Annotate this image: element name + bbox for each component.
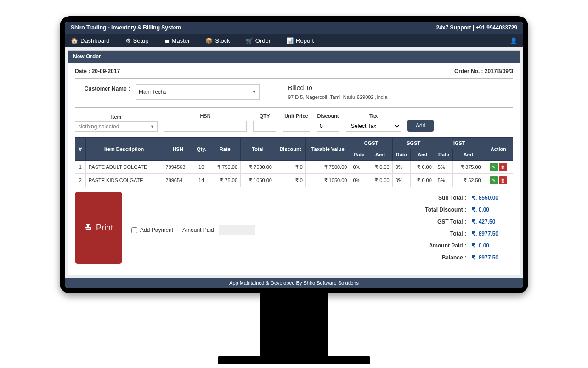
nav-dashboard[interactable]: 🏠Dashboard — [70, 36, 111, 46]
cell-igst-rate: 5% — [435, 174, 452, 187]
nav-user[interactable]: 👤 — [509, 36, 518, 46]
col-action: Action — [484, 138, 513, 161]
customer-select[interactable]: Mani Techs ▼ — [136, 84, 260, 100]
cell-cgst-amt: ₹ 0.00 — [368, 161, 392, 174]
print-button[interactable]: 🖶 Print — [75, 192, 122, 264]
nav-dashboard-label: Dashboard — [80, 37, 110, 44]
col-desc: Item Description — [85, 138, 163, 161]
chevron-down-icon: ▼ — [252, 90, 256, 94]
footer-text: App Maintained & Developed By Shiro Soft… — [65, 278, 523, 288]
entry-hsn-label: HSN — [164, 113, 247, 119]
chevron-down-icon: ▼ — [150, 124, 154, 129]
unit-price-input[interactable] — [283, 121, 310, 132]
cell-rate: ₹ 750.00 — [209, 161, 241, 174]
cell-total: ₹ 7500.00 — [241, 161, 275, 174]
order-date: Date : 20-09-2017 — [75, 68, 120, 75]
col-num: # — [75, 138, 86, 161]
cart-icon: 🛒 — [246, 37, 253, 44]
grand-total-value: ₹. 8977.50 — [472, 230, 513, 237]
table-row: 2PASTE KIDS COLGATE78965414₹ 75.00₹ 1050… — [75, 174, 513, 187]
col-discount: Discount — [275, 138, 305, 161]
database-icon: ≣ — [164, 37, 170, 44]
cell-rate: ₹ 75.00 — [209, 174, 241, 187]
col-igst-rate: Rate — [435, 149, 452, 161]
nav-setup[interactable]: ⚙Setup — [124, 36, 150, 46]
print-button-label: Print — [96, 223, 113, 233]
nav-stock-label: Stock — [215, 37, 230, 44]
main-nav: 🏠Dashboard ⚙Setup ≣Master 📦Stock 🛒Order … — [65, 34, 523, 47]
delete-row-button[interactable]: 🗑 — [499, 163, 507, 171]
cell-qty: 14 — [193, 174, 209, 187]
print-icon: 🖶 — [84, 223, 92, 233]
table-row: 1PASTE ADULT COLGATE789456310₹ 750.00₹ 7… — [75, 161, 513, 174]
nav-order[interactable]: 🛒Order — [245, 36, 271, 46]
items-table: # Item Description HSN Qty. Rate Total D… — [75, 137, 513, 187]
nav-report-label: Report — [296, 37, 314, 44]
totals-block: Sub Total :₹. 8550.00 Total Discount :₹.… — [389, 192, 513, 264]
col-igst: IGST — [435, 138, 484, 149]
add-line-button[interactable]: Add — [407, 120, 434, 132]
col-sgst-amt: Amt — [410, 149, 435, 161]
item-select[interactable]: Nothing selected ▼ — [75, 121, 158, 132]
col-rate: Rate — [209, 138, 241, 161]
subtotal-label: Sub Total : — [389, 195, 472, 201]
cell-sgst-amt: ₹ 0.00 — [410, 174, 435, 187]
cell-total: ₹ 1050.00 — [241, 174, 275, 187]
cell-igst-rate: 5% — [435, 161, 452, 174]
billed-to-heading: Billed To — [288, 84, 387, 92]
nav-master-label: Master — [172, 37, 190, 44]
cell-cgst-rate: 0% — [350, 161, 368, 174]
tax-select[interactable]: Select Tax — [346, 121, 401, 132]
cell-desc: PASTE KIDS COLGATE — [85, 174, 163, 187]
cell-num: 2 — [75, 174, 86, 187]
col-cgst: CGST — [350, 138, 392, 149]
nav-stock[interactable]: 📦Stock — [204, 36, 231, 46]
grand-total-label: Total : — [389, 230, 472, 237]
chart-icon: 📊 — [286, 37, 294, 44]
entry-price-label: Unit Price — [283, 113, 310, 119]
col-total: Total — [241, 138, 275, 161]
entry-qty-label: QTY — [253, 113, 276, 119]
gst-total-value: ₹. 427.50 — [472, 218, 513, 225]
balance-label: Balance : — [389, 254, 472, 261]
app-title: Shiro Trading - Inventory & Billing Syst… — [71, 24, 181, 31]
col-igst-amt: Amt — [453, 149, 484, 161]
cell-igst-amt: ₹ 375.00 — [453, 161, 484, 174]
discount-input[interactable] — [317, 121, 339, 132]
box-icon: 📦 — [205, 37, 213, 44]
edit-row-button[interactable]: ✎ — [490, 163, 498, 171]
cell-disc: ₹ 0 — [275, 174, 305, 187]
amount-paid-input[interactable] — [219, 225, 255, 235]
col-qty: Qty. — [193, 138, 209, 161]
entry-discount-label: Discount — [317, 113, 339, 119]
gear-icon: ⚙ — [125, 37, 131, 44]
cell-cgst-amt: ₹ 0.00 — [368, 174, 392, 187]
nav-master[interactable]: ≣Master — [164, 36, 191, 46]
col-cgst-amt: Amt — [368, 149, 392, 161]
entry-tax-label: Tax — [346, 113, 401, 119]
cell-taxable: ₹ 1050.00 — [305, 174, 350, 187]
hsn-input[interactable] — [164, 121, 247, 132]
entry-item-label: Item — [75, 114, 158, 120]
app-screen: Shiro Trading - Inventory & Billing Syst… — [65, 22, 523, 288]
cell-taxable: ₹ 7500.00 — [305, 161, 350, 174]
line-entry-row: Item Nothing selected ▼ HSN QTY — [75, 108, 513, 136]
billed-to-block: Billed To 97 D 5, Nagercoil ,Tamil Nadu-… — [288, 84, 387, 100]
cell-hsn: 7894563 — [163, 161, 193, 174]
add-payment-checkbox[interactable] — [131, 227, 137, 233]
cell-cgst-rate: 0% — [350, 174, 368, 187]
gst-total-label: GST Total : — [389, 218, 472, 225]
col-taxable: Taxable Value — [305, 138, 350, 161]
nav-setup-label: Setup — [133, 37, 149, 44]
edit-row-button[interactable]: ✎ — [490, 176, 498, 184]
col-sgst-rate: Rate — [392, 149, 410, 161]
cell-sgst-amt: ₹ 0.00 — [410, 161, 435, 174]
nav-report[interactable]: 📊Report — [285, 36, 315, 46]
discount-total-value: ₹. 0.00 — [472, 207, 513, 213]
panel-title: New Order — [68, 51, 520, 63]
paid-value: ₹. 0.00 — [472, 242, 513, 249]
customer-selected: Mani Techs — [139, 89, 166, 95]
qty-input[interactable] — [253, 121, 276, 132]
dashboard-icon: 🏠 — [71, 37, 78, 44]
delete-row-button[interactable]: 🗑 — [499, 176, 507, 184]
